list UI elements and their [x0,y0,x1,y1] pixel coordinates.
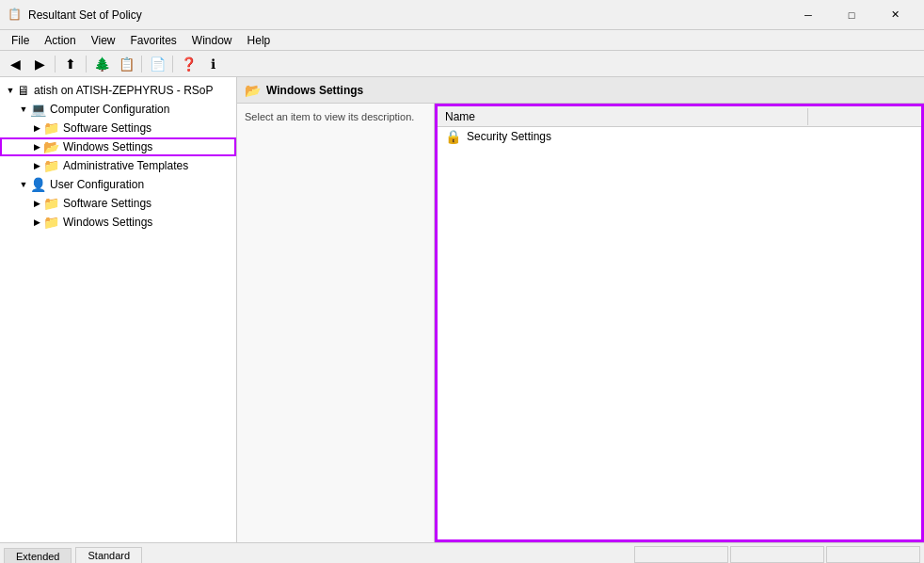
expand-arrow-at: ▶ [30,161,43,170]
menu-favorites[interactable]: Favorites [123,32,184,49]
root-icon: 🖥 [17,83,30,98]
tab-standard[interactable]: Standard [75,547,142,563]
user-config-icon: 👤 [30,177,46,192]
col-name: Name [438,108,808,125]
expand-arrow-ss2: ▶ [30,199,43,208]
content-header: 📂 Windows Settings [237,77,924,104]
software-settings-2-label: Software Settings [63,197,151,210]
forward-button[interactable]: ▶ [28,53,51,75]
computer-config-icon: 💻 [30,102,46,117]
windows-settings-2-icon: 📁 [43,215,59,230]
content-header-icon: 📂 [245,83,261,98]
status-segment-3 [826,546,920,563]
toolbar-separator-2 [86,56,87,72]
windows-settings-2-label: Windows Settings [63,216,152,229]
tree-root[interactable]: ▼ 🖥 atish on ATISH-ZEPHYRUS - RSoP [0,81,236,100]
close-button[interactable]: ✕ [873,0,916,30]
software-settings-1-label: Software Settings [63,121,151,135]
computer-config-label: Computer Configuration [50,103,169,116]
toolbar-separator-3 [141,56,142,72]
tree-windows-settings-2[interactable]: ▶ 📁 Windows Settings [0,213,236,232]
toolbar-separator-1 [55,56,56,72]
expand-arrow-cc: ▼ [17,105,30,114]
list-item[interactable]: 🔒 Security Settings [438,127,921,146]
user-config-label: User Configuration [50,178,144,191]
software-settings-1-icon: 📁 [43,121,59,136]
view-button[interactable]: 📋 [115,53,137,75]
window-controls: ─ □ ✕ [787,0,916,30]
menu-file[interactable]: File [4,32,37,49]
show-hide-tree-button[interactable]: 🌲 [90,53,113,75]
status-bar-right [142,546,924,563]
window-title: Resultant Set of Policy [28,8,787,22]
security-settings-icon: 🔒 [445,129,461,144]
content-header-title: Windows Settings [266,84,363,97]
tree-computer-config[interactable]: ▼ 💻 Computer Configuration [0,100,236,119]
expand-arrow-uc: ▼ [17,180,30,189]
up-button[interactable]: ⬆ [59,53,82,75]
description-text: Select an item to view its description. [245,111,414,122]
tree-admin-templates[interactable]: ▶ 📁 Administrative Templates [0,156,236,175]
windows-settings-1-label: Windows Settings [63,140,152,153]
title-bar: 📋 Resultant Set of Policy ─ □ ✕ [0,0,924,30]
tab-extended[interactable]: Extended [4,548,72,563]
export-button[interactable]: 📄 [146,53,168,75]
menu-help[interactable]: Help [240,32,279,49]
tree-software-settings-1[interactable]: ▶ 📁 Software Settings [0,119,236,137]
tree-panel: ▼ 🖥 atish on ATISH-ZEPHYRUS - RSoP ▼ 💻 C… [0,77,237,542]
security-settings-label: Security Settings [467,130,551,143]
info-button[interactable]: ℹ [201,53,224,75]
list-header: Name [438,106,921,127]
expand-arrow-ws1: ▶ [30,142,43,152]
content-main: Select an item to view its description. … [237,104,924,542]
menu-bar: File Action View Favorites Window Help [0,30,924,51]
admin-templates-label: Administrative Templates [63,159,188,172]
status-segment-1 [634,546,728,563]
toolbar-separator-4 [172,56,173,72]
bottom-bar: Extended Standard [0,542,924,563]
software-settings-2-icon: 📁 [43,196,59,211]
list-panel: Name 🔒 Security Settings [435,104,924,542]
main-area: ▼ 🖥 atish on ATISH-ZEPHYRUS - RSoP ▼ 💻 C… [0,77,924,542]
expand-arrow-root: ▼ [4,86,17,95]
col-extra [808,115,921,119]
expand-arrow-ss1: ▶ [30,123,43,133]
tree-user-config[interactable]: ▼ 👤 User Configuration [0,175,236,194]
tree-windows-settings-1[interactable]: ▶ 📂 Windows Settings [0,137,236,156]
windows-settings-1-icon: 📂 [43,139,59,154]
tree-root-label: atish on ATISH-ZEPHYRUS - RSoP [34,84,214,97]
menu-window[interactable]: Window [184,32,240,49]
minimize-button[interactable]: ─ [787,0,830,30]
status-segment-2 [730,546,824,563]
menu-view[interactable]: View [84,32,123,49]
maximize-button[interactable]: □ [830,0,873,30]
app-icon: 📋 [8,8,23,23]
description-panel: Select an item to view its description. [237,104,435,542]
toolbar: ◀ ▶ ⬆ 🌲 📋 📄 ❓ ℹ [0,51,924,77]
content-panel: 📂 Windows Settings Select an item to vie… [237,77,924,542]
menu-action[interactable]: Action [37,32,83,49]
tree-software-settings-2[interactable]: ▶ 📁 Software Settings [0,194,236,213]
help-button[interactable]: ❓ [177,53,199,75]
admin-templates-icon: 📁 [43,158,59,173]
expand-arrow-ws2: ▶ [30,217,43,227]
back-button[interactable]: ◀ [4,53,26,75]
